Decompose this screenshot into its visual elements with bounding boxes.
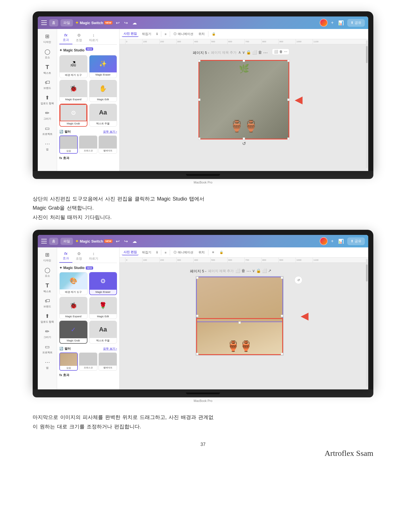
filter-velvet-2[interactable]: 벨베데트 xyxy=(99,352,117,371)
tool-bg-remove-2[interactable]: 🎨 배경 제거 도구 xyxy=(59,272,87,295)
sidebar-item-project-2[interactable]: ▭ 프로젝트 xyxy=(39,342,55,356)
filter-fresco-2[interactable]: 프레스코 xyxy=(79,352,97,371)
flip-btn[interactable]: 뒤집기 xyxy=(140,31,153,37)
add-button[interactable]: + xyxy=(330,20,335,26)
tool-magic-expand[interactable]: 🐞 Magic Expand xyxy=(59,80,87,102)
refresh-btn-2[interactable]: ↺ xyxy=(294,276,302,284)
align-btn-2[interactable]: ≡ xyxy=(163,250,168,255)
expand-icon[interactable]: ↗ xyxy=(268,268,271,274)
redo-button[interactable]: ↪ xyxy=(123,20,129,26)
resize-ml-2[interactable] xyxy=(196,315,198,317)
tool-magic-eraser[interactable]: ✨ Magic Eraser xyxy=(89,55,117,78)
lock-icon-sm[interactable]: 🔒 xyxy=(246,50,251,55)
sidebar-item-upload-2[interactable]: ⬆ 업로드 항목 xyxy=(39,311,55,326)
file-button-2[interactable]: 파일 xyxy=(60,238,73,245)
sidebar-item-text-2[interactable]: T 텍스트 xyxy=(39,280,55,295)
info-btn-2[interactable]: ℹ xyxy=(155,250,159,255)
tool-bg-remove[interactable]: 🏖 배경 제거 도구 xyxy=(59,55,87,78)
right-scrollbar-1[interactable] xyxy=(366,40,368,168)
copy-frame-btn[interactable]: ⬜ xyxy=(274,50,278,54)
chevron-up-icon[interactable]: ∧ xyxy=(238,50,241,55)
copy-icon-2[interactable]: ⬜ xyxy=(235,268,240,274)
resize-tm[interactable] xyxy=(243,60,245,62)
tab-adjust[interactable]: ⚙ 조정 xyxy=(72,31,85,44)
sidebar-item-apps[interactable]: ⋯ 앱 xyxy=(39,139,55,153)
resize-bl-2[interactable] xyxy=(196,353,198,355)
sidebar-item-design-2[interactable]: ⊞ 디자인 xyxy=(39,250,55,264)
sidebar-item-elements-2[interactable]: ◯ 요소 xyxy=(39,265,55,280)
sidebar-item-apps-2[interactable]: ⋯ 앱 xyxy=(39,357,55,372)
delete-frame-btn[interactable]: 🗑 xyxy=(279,50,283,54)
cloud-button-2[interactable]: ☁ xyxy=(131,238,138,245)
resize-tm-2[interactable] xyxy=(238,322,241,324)
sidebar-item-upload[interactable]: ⬆ 업로드 항목 xyxy=(39,93,55,107)
canvas-frame-2[interactable]: 🏺🏺 xyxy=(196,276,284,356)
copy-icon[interactable]: ⬜ xyxy=(252,50,257,55)
add-button-2[interactable]: + xyxy=(330,238,335,244)
home-button[interactable]: 홈 xyxy=(49,19,58,26)
resize-tr[interactable] xyxy=(287,60,290,62)
sidebar-item-brand[interactable]: 🏷 브랜드 xyxy=(39,77,55,92)
resize-br-2[interactable] xyxy=(281,353,283,355)
sidebar-item-draw-2[interactable]: ✏ 그리기 xyxy=(39,326,55,341)
tool-magic-edit-2[interactable]: 🌹 Magic Edit xyxy=(89,297,117,319)
scatter-btn-2[interactable]: ✳ xyxy=(210,250,216,255)
resize-mr[interactable] xyxy=(287,99,290,101)
chevron-down-icon-2[interactable]: ∨ xyxy=(252,268,255,274)
tab-adjust-2[interactable]: ⚙ 조정 xyxy=(72,250,85,263)
tab-effects-2[interactable]: fx 효과 xyxy=(59,250,72,263)
tool-magic-edit[interactable]: ✋ Magic Edit xyxy=(89,80,117,102)
tab-effects[interactable]: fx 효과 xyxy=(59,31,72,44)
filter-fresco[interactable]: 프레스코 xyxy=(79,135,97,154)
share-button[interactable]: ⬆ 공유 xyxy=(347,19,365,27)
tab-crop-2[interactable]: ↕ 자르기 xyxy=(85,250,102,263)
photo-edit-btn-2[interactable]: 사진 편집 xyxy=(122,249,139,255)
filter-view-all-2[interactable]: 모두 보기 › xyxy=(103,347,117,351)
cloud-button[interactable]: ☁ xyxy=(131,20,138,26)
resize-br[interactable] xyxy=(287,137,290,140)
canvas-frame-1[interactable]: 🏺🏺 🌿 xyxy=(198,60,289,139)
resize-bm[interactable] xyxy=(243,137,245,140)
position-btn[interactable]: 위치 xyxy=(197,31,206,37)
resize-ml[interactable] xyxy=(198,99,200,101)
resize-bl[interactable] xyxy=(198,137,200,140)
hamburger-menu[interactable] xyxy=(41,20,47,25)
flip-btn-2[interactable]: 뒤집기 xyxy=(140,250,153,255)
resize-tl[interactable] xyxy=(198,60,200,62)
lock-btn-2[interactable]: 🔒 xyxy=(218,250,225,255)
copy2-icon[interactable]: ⬜ xyxy=(262,268,267,274)
trash-icon-2[interactable]: 🗑 xyxy=(241,268,245,274)
filter-none-2[interactable]: 없음 xyxy=(59,352,78,371)
tab-crop[interactable]: ↕ 자르기 xyxy=(85,31,102,44)
tool-text-grab[interactable]: Aa 텍스트 주물 xyxy=(89,104,117,127)
tool-magic-grab-2[interactable]: ✓ Magic Grab xyxy=(59,321,87,344)
chevron-down-icon[interactable]: ∨ xyxy=(242,50,245,55)
more-icon-2[interactable]: ⋯ xyxy=(246,268,251,274)
sidebar-item-text[interactable]: T 텍스트 xyxy=(39,62,55,77)
stats-button[interactable]: 📊 xyxy=(337,20,345,26)
lock-btn[interactable]: 🔒 xyxy=(210,32,217,36)
animation-btn[interactable]: ◎ 애니메이션 xyxy=(172,31,195,37)
resize-mr-2[interactable] xyxy=(281,315,283,317)
lock-icon-sm-2[interactable]: 🔒 xyxy=(256,268,261,274)
stats-button-2[interactable]: 📊 xyxy=(337,238,345,245)
filter-view-all[interactable]: 모두 보기 › xyxy=(103,130,117,134)
file-button[interactable]: 파일 xyxy=(60,19,73,26)
filter-none[interactable]: 없음 xyxy=(59,135,78,154)
info-btn[interactable]: ℹ xyxy=(155,32,159,36)
share-button-2[interactable]: ⬆ 공유 xyxy=(347,237,365,245)
position-btn-2[interactable]: 위치 xyxy=(197,250,206,255)
rotate-handle-1[interactable]: ↺ xyxy=(242,141,246,146)
resize-tl-2[interactable] xyxy=(196,277,198,279)
tool-magic-expand-2[interactable]: 🐞 Magic Expand xyxy=(59,297,87,319)
right-scrollbar-2[interactable] xyxy=(366,259,368,387)
hamburger-menu-2[interactable] xyxy=(41,239,47,243)
photo-edit-btn[interactable]: 사진 편집 xyxy=(122,31,139,37)
tool-magic-eraser-2[interactable]: ⚙ Magic Eraser xyxy=(89,272,117,295)
undo-button-2[interactable]: ↩ xyxy=(115,238,121,245)
filter-velvet[interactable]: 벨베데트 xyxy=(99,135,117,154)
undo-button[interactable]: ↩ xyxy=(115,20,121,26)
sidebar-item-design[interactable]: ⊞ 디자인 xyxy=(39,31,55,46)
more-icon[interactable]: ⋯ xyxy=(263,50,268,55)
sidebar-item-elements[interactable]: ◯ 요소 xyxy=(39,47,55,61)
